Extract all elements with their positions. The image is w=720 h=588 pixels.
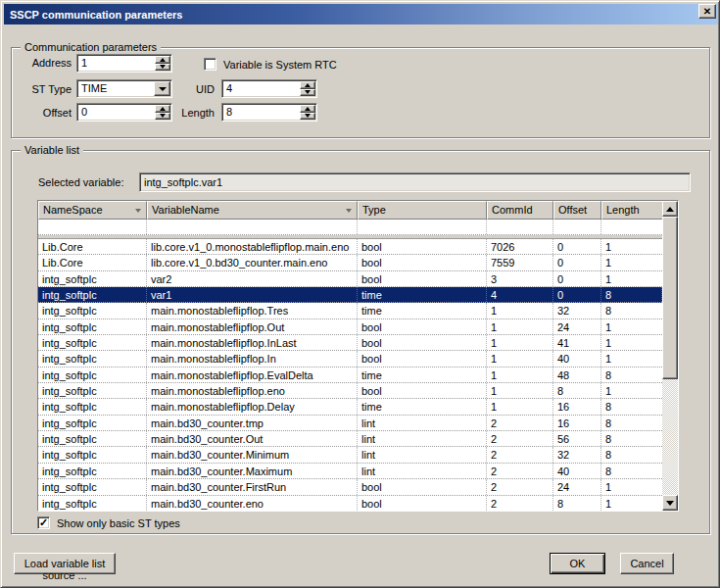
table-row[interactable]: intg_softplcmain.bd30_counter.Outlint256… (38, 431, 662, 447)
table-cell: 1 (487, 319, 553, 334)
column-header-label: Length (606, 204, 640, 216)
ok-button[interactable]: OK (550, 553, 605, 574)
close-icon: ✕ (703, 7, 711, 17)
table-cell: 41 (553, 335, 601, 350)
table-filter-row[interactable] (38, 220, 662, 235)
table-row[interactable]: intg_softplcmain.monostableflipflop.Eval… (38, 368, 662, 383)
table-cell: var1 (147, 287, 358, 302)
table-cell: 8 (601, 287, 662, 302)
filter-cell[interactable] (487, 220, 553, 234)
address-spinner (155, 56, 170, 71)
column-header-namespace[interactable]: NameSpace (38, 201, 147, 220)
scroll-down-button[interactable] (662, 495, 678, 511)
show-basic-checkbox[interactable]: ✓ (37, 516, 50, 529)
address-field[interactable]: 1 (76, 54, 172, 73)
table-row[interactable]: intg_softplcmain.bd30_counter.Maximumlin… (38, 464, 662, 479)
table-row[interactable]: Lib.Corelib.core.v1_0.monostableflipflop… (38, 239, 662, 255)
spin-down-button[interactable] (155, 64, 170, 72)
table-cell: main.monostableflipflop.EvalDelta (147, 368, 358, 382)
table-cell: intg_softplc (38, 303, 147, 318)
table-cell: intg_softplc (38, 496, 147, 511)
table-cell: 56 (553, 431, 601, 446)
table-row[interactable]: intg_softplcmain.monostableflipflop.Outb… (38, 319, 662, 335)
table-cell: 8 (601, 399, 662, 414)
table-cell: 4 (487, 287, 553, 302)
table-row[interactable]: intg_softplcmain.bd30_counter.Minimumlin… (38, 447, 662, 463)
table-cell: time (358, 368, 487, 382)
table-cell: lint (358, 416, 487, 430)
spin-up-button[interactable] (300, 81, 315, 89)
table-cell: lint (358, 447, 487, 462)
table-row[interactable]: intg_softplcmain.bd30_counter.tmplint216… (38, 416, 662, 431)
filter-dropdown-icon[interactable] (346, 209, 352, 213)
table-row[interactable]: intg_softplcmain.bd30_counter.FirstRunbo… (38, 479, 662, 495)
table-cell: 2 (487, 496, 553, 511)
table-row[interactable]: intg_softplcmain.monostableflipflop.enob… (38, 383, 662, 399)
column-header-offset[interactable]: Offset (553, 201, 601, 220)
table-cell: 0 (553, 255, 601, 270)
spin-down-icon (305, 114, 311, 118)
scrollbar-track[interactable] (662, 217, 678, 495)
length-field[interactable]: 8 (221, 103, 317, 122)
table-row[interactable]: Lib.Corelib.core.v1_0.bd30_counter.main.… (38, 255, 662, 270)
table-cell: 3 (487, 271, 553, 286)
spin-down-button[interactable] (300, 89, 315, 97)
column-header-length[interactable]: Length (601, 201, 662, 220)
table-cell: 2 (487, 416, 553, 430)
spin-down-icon (160, 65, 166, 69)
filter-dropdown-icon[interactable] (135, 209, 141, 213)
table-cell: 7026 (487, 239, 553, 254)
table-cell: 8 (553, 383, 601, 398)
table-row[interactable]: intg_softplcmain.monostableflipflop.Inbo… (38, 351, 662, 367)
offset-value: 0 (77, 104, 154, 121)
table-row[interactable]: intg_softplcmain.monostableflipflop.InLa… (38, 335, 662, 351)
table-cell: 1 (487, 399, 553, 414)
close-button[interactable]: ✕ (698, 4, 716, 19)
table-cell: lib.core.v1_0.monostableflipflop.main.en… (147, 239, 358, 254)
filter-cell[interactable] (553, 220, 601, 234)
communication-parameters-group-title: Communication parameters (21, 41, 161, 54)
table-cell: 24 (553, 319, 601, 334)
uid-field[interactable]: 4 (221, 79, 317, 98)
table-row[interactable]: intg_softplcvar2bool301 (38, 271, 662, 287)
table-cell: bool (358, 479, 487, 494)
table-cell: 16 (553, 399, 601, 414)
st-type-value: TIME (77, 80, 153, 97)
table-row[interactable]: intg_softplcmain.bd30_counter.enobool281 (38, 496, 662, 512)
spin-down-button[interactable] (300, 113, 315, 121)
sscp-dialog: SSCP communication parameters ✕ Communic… (0, 0, 720, 588)
selected-variable-field[interactable]: intg_softplc.var1 (139, 172, 691, 192)
cancel-button[interactable]: Cancel (620, 553, 674, 574)
table-cell: intg_softplc (38, 464, 147, 478)
load-variable-list-button[interactable]: Load variable list source ... (14, 553, 116, 574)
filter-cell[interactable] (358, 220, 487, 234)
table-cell: 8 (601, 416, 662, 430)
spin-up-button[interactable] (300, 105, 315, 113)
table-cell: 1 (487, 368, 553, 382)
table-cell: 16 (553, 416, 601, 430)
scroll-up-icon (666, 207, 674, 212)
table-row[interactable]: intg_softplcmain.monostableflipflop.Dela… (38, 399, 662, 415)
table-cell: 8 (601, 447, 662, 462)
rtc-checkbox[interactable] (204, 58, 216, 71)
column-header-type[interactable]: Type (358, 201, 487, 220)
scroll-up-button[interactable] (662, 201, 678, 217)
vertical-scrollbar[interactable] (662, 201, 678, 511)
table-cell: 1 (601, 319, 662, 334)
scrollbar-thumb[interactable] (662, 217, 678, 379)
title-bar[interactable]: SSCP communication parameters (4, 4, 718, 24)
table-cell: 48 (553, 368, 601, 382)
selected-variable-value: intg_softplc.var1 (144, 176, 222, 188)
table-cell: Lib.Core (38, 239, 147, 254)
table-row-selected[interactable]: intg_softplcvar1time408 (38, 287, 662, 303)
column-header-commid[interactable]: CommId (487, 201, 553, 220)
column-header-variablename[interactable]: VariableName (147, 201, 358, 220)
spin-up-button[interactable] (155, 56, 170, 64)
table-cell: main.bd30_counter.Out (147, 431, 358, 446)
filter-cell[interactable] (38, 220, 147, 234)
table-row[interactable]: intg_softplcmain.monostableflipflop.Tres… (38, 303, 662, 318)
table-cell: main.monostableflipflop.In (147, 351, 358, 366)
filter-cell[interactable] (147, 220, 358, 234)
table-cell: 8 (601, 303, 662, 318)
filter-cell[interactable] (601, 220, 662, 234)
